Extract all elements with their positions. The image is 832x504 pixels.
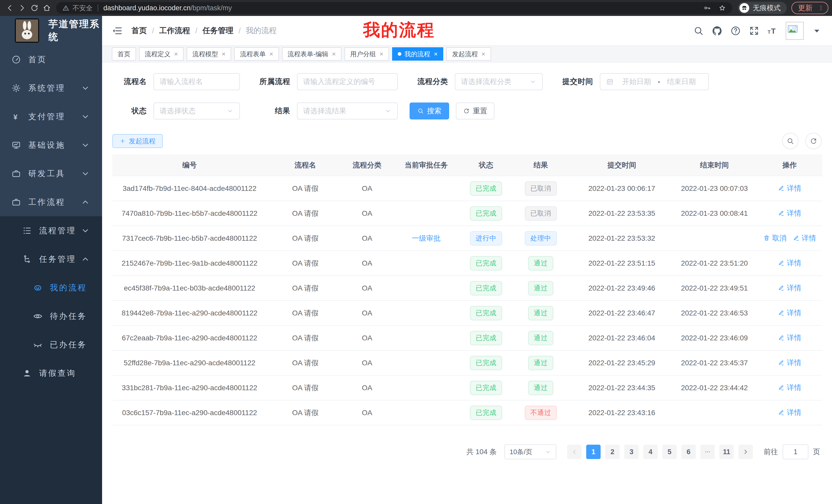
cell-category: OA	[344, 226, 390, 251]
font-size-icon[interactable]: TT	[767, 25, 778, 36]
tab-label: 发起流程	[452, 50, 478, 58]
cancel-link[interactable]: 取消	[763, 233, 786, 243]
close-tab-icon[interactable]: ×	[222, 51, 226, 57]
cell-category: OA	[344, 176, 390, 201]
chevron-down-icon	[80, 83, 90, 93]
bookmark-star-icon[interactable]	[718, 4, 726, 12]
close-tab-icon[interactable]: ×	[434, 51, 438, 57]
tab-6[interactable]: 我的流程×	[392, 47, 443, 61]
help-icon[interactable]	[730, 25, 741, 36]
sidebar-item-8[interactable]: 我的流程	[0, 273, 102, 302]
browser-update-button[interactable]: 更新	[791, 2, 828, 14]
sidebar-item-2[interactable]: ¥支付管理	[0, 102, 102, 131]
page-size-select[interactable]: 10条/页	[504, 444, 556, 459]
task-link[interactable]: 一级审批	[412, 233, 441, 243]
sidebar-item-7[interactable]: 任务管理	[0, 245, 102, 273]
edit-icon	[778, 384, 785, 391]
cell-end-time: 2022-01-22 23:49:51	[672, 276, 757, 301]
tab-4[interactable]: 流程表单-编辑×	[282, 47, 342, 61]
page-button-6[interactable]: 6	[681, 445, 696, 459]
category-filter-select[interactable]: 请选择流程分类	[455, 73, 543, 90]
sidebar-menu-top: 首页系统管理¥支付管理基础设施研发工具工作流程	[0, 45, 102, 216]
close-tab-icon[interactable]: ×	[269, 51, 273, 57]
detail-link[interactable]: 详情	[778, 283, 801, 293]
close-tab-icon[interactable]: ×	[332, 51, 336, 57]
sidebar-item-6[interactable]: 流程管理	[0, 216, 102, 245]
header-search-icon[interactable]	[693, 25, 704, 36]
page-button-5[interactable]: 5	[662, 445, 677, 459]
time-filter-label: 提交时间	[554, 77, 593, 87]
github-icon[interactable]	[712, 25, 723, 36]
user-menu-caret-icon[interactable]	[811, 25, 822, 36]
sidebar-item-10[interactable]: 已办任务	[0, 330, 102, 359]
reset-button[interactable]: 重置	[456, 103, 494, 119]
detail-link[interactable]: 详情	[778, 208, 801, 218]
more-pages-button[interactable]	[700, 445, 715, 459]
breadcrumb-item-0[interactable]: 首页	[131, 25, 147, 36]
cell-submit-time: 2022-01-22 23:53:35	[572, 201, 672, 226]
next-page-button[interactable]	[738, 445, 753, 459]
sidebar-item-5[interactable]: 工作流程	[0, 188, 102, 216]
tab-3[interactable]: 流程表单×	[234, 47, 279, 61]
create-process-button[interactable]: 发起流程	[112, 134, 163, 148]
status-filter-select[interactable]: 请选择状态	[154, 103, 240, 119]
cell-task	[390, 276, 462, 301]
sidebar-item-4[interactable]: 研发工具	[0, 159, 102, 188]
sidebar-item-1[interactable]: 系统管理	[0, 74, 102, 102]
detail-link[interactable]: 详情	[778, 358, 801, 368]
cell-submit-time: 2022-01-22 23:46:47	[572, 301, 672, 326]
detail-link[interactable]: 详情	[778, 308, 801, 318]
tab-7[interactable]: 发起流程×	[446, 47, 491, 61]
chevron-up-icon	[80, 197, 90, 207]
browser-forward-icon[interactable]	[16, 2, 28, 14]
sidebar-item-3[interactable]: 基础设施	[0, 131, 102, 159]
page-button-3[interactable]: 3	[624, 445, 639, 459]
col-header-actions: 操作	[757, 155, 822, 176]
col-header-id: 编号	[112, 155, 267, 176]
browser-back-icon[interactable]	[4, 2, 16, 14]
sidebar-item-0[interactable]: 首页	[0, 45, 102, 74]
tab-2[interactable]: 流程模型×	[187, 47, 231, 61]
detail-link[interactable]: 详情	[778, 333, 801, 343]
page-button-2[interactable]: 2	[605, 445, 620, 459]
page-button-1[interactable]: 1	[586, 445, 601, 459]
show-search-button[interactable]	[782, 133, 799, 149]
prev-page-button[interactable]	[567, 445, 581, 459]
detail-link[interactable]: 详情	[778, 184, 801, 193]
search-button-label: 搜索	[427, 106, 441, 116]
tab-0[interactable]: 首页	[112, 47, 136, 61]
refresh-table-button[interactable]	[805, 133, 822, 149]
collapse-sidebar-icon[interactable]	[112, 25, 123, 36]
submit-time-range-picker[interactable]: 开始日期 - 结束日期	[600, 73, 709, 90]
detail-link[interactable]: 详情	[778, 408, 801, 417]
detail-link[interactable]: 详情	[793, 233, 816, 243]
close-tab-icon[interactable]: ×	[481, 51, 485, 57]
detail-link[interactable]: 详情	[778, 383, 801, 393]
browser-home-icon[interactable]	[41, 2, 53, 14]
password-key-icon[interactable]	[703, 4, 711, 12]
app-logo[interactable]: 芋道管理系统	[0, 16, 102, 45]
search-button[interactable]: 搜索	[410, 103, 449, 119]
result-filter-select[interactable]: 请选择流结果	[297, 103, 398, 119]
breadcrumb-item-2[interactable]: 任务管理	[203, 25, 233, 36]
parent-filter-input[interactable]	[297, 73, 398, 90]
cell-category: OA	[344, 251, 390, 276]
address-bar[interactable]: 不安全 dashboard.yudao.iocoder.cn/bpm/task/…	[56, 2, 732, 14]
page-button-11[interactable]: 11	[719, 445, 734, 459]
fullscreen-icon[interactable]	[749, 25, 759, 36]
name-filter-input[interactable]	[154, 73, 240, 90]
cell-result: 不通过	[510, 400, 572, 425]
tab-1[interactable]: 流程定义×	[139, 47, 184, 61]
close-tab-icon[interactable]: ×	[380, 51, 383, 57]
browser-reload-icon[interactable]	[28, 2, 41, 14]
tab-5[interactable]: 用户分组×	[344, 47, 389, 61]
sidebar-item-11[interactable]: 请假查询	[0, 359, 102, 387]
breadcrumb-item-1[interactable]: 工作流程	[159, 25, 190, 36]
browser-menu-icon[interactable]	[817, 5, 824, 11]
avatar[interactable]	[786, 22, 804, 40]
sidebar-item-9[interactable]: 待办任务	[0, 302, 102, 330]
close-tab-icon[interactable]: ×	[174, 51, 178, 57]
page-button-4[interactable]: 4	[643, 445, 658, 459]
goto-page-input[interactable]	[783, 444, 808, 459]
detail-link[interactable]: 详情	[778, 258, 801, 268]
